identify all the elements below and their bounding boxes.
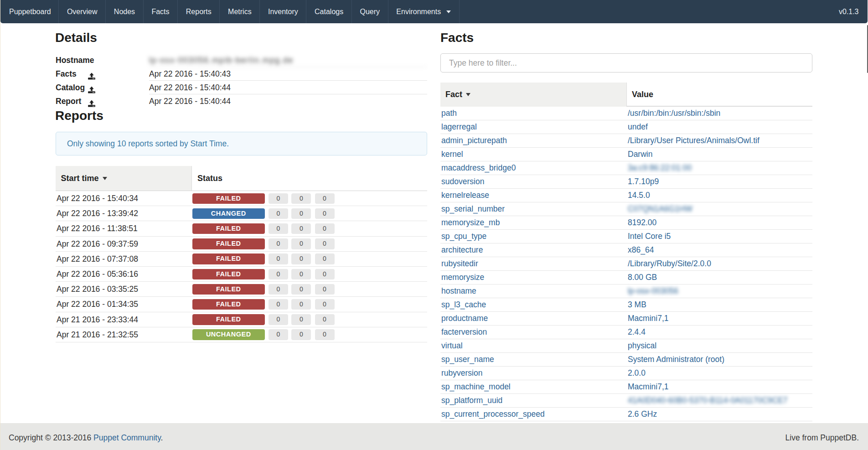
fact-value-link[interactable]: /Library/User Pictures/Animals/Owl.tif bbox=[627, 134, 812, 147]
fact-name-link[interactable]: virtual bbox=[440, 339, 627, 352]
fact-name-link[interactable]: sp_l3_cache bbox=[440, 298, 627, 311]
fact-value-link[interactable]: /usr/bin:/bin:/usr/sbin:/sbin bbox=[627, 107, 812, 120]
fact-row: sp_l3_cache 3 MB bbox=[440, 298, 812, 312]
fact-name-link[interactable]: sp_platform_uuid bbox=[440, 394, 627, 407]
fact-name-link[interactable]: hostname bbox=[440, 284, 627, 298]
fact-value-link[interactable]: /Library/Ruby/Site/2.0.0 bbox=[627, 257, 812, 270]
fact-name-link[interactable]: kernelrelease bbox=[440, 189, 627, 202]
upload-icon[interactable] bbox=[88, 70, 95, 78]
report-row: Apr 22 2016 - 05:36:16 FAILED 0 0 0 bbox=[56, 267, 427, 282]
nav-item-query[interactable]: Query bbox=[351, 0, 388, 23]
fact-name-link[interactable]: memorysize bbox=[440, 271, 627, 284]
status-badge: FAILED bbox=[192, 238, 265, 249]
fact-value-link[interactable]: x86_64 bbox=[627, 243, 812, 257]
report-start-time[interactable]: Apr 22 2016 - 05:36:16 bbox=[56, 267, 192, 281]
report-start-time[interactable]: Apr 22 2016 - 07:37:08 bbox=[56, 252, 192, 266]
fact-name-link[interactable]: lagerregal bbox=[440, 120, 627, 134]
upload-icon[interactable] bbox=[88, 84, 95, 91]
report-status-cell: FAILED 0 0 0 bbox=[192, 267, 427, 281]
fact-name-link[interactable]: rubyversion bbox=[440, 367, 627, 380]
count-chip: 0 bbox=[291, 208, 311, 219]
fact-name-link[interactable]: sp_current_processor_speed bbox=[440, 408, 627, 421]
count-chip: 0 bbox=[269, 193, 288, 204]
fact-value-link[interactable]: undef bbox=[627, 120, 812, 134]
fact-name-link[interactable]: sp_machine_model bbox=[440, 380, 627, 393]
fact-name-link[interactable]: sp_cpu_type bbox=[440, 230, 627, 243]
fact-value-link[interactable]: 8192.00 bbox=[627, 216, 812, 229]
puppet-community-link[interactable]: Puppet Community bbox=[93, 433, 161, 442]
upload-icon[interactable] bbox=[88, 98, 95, 105]
fact-row: sudoversion 1.7.10p9 bbox=[440, 175, 812, 189]
chevron-down-icon bbox=[446, 10, 451, 13]
fact-name-link[interactable]: productname bbox=[440, 312, 627, 325]
nav-item-overview[interactable]: Overview bbox=[58, 0, 105, 23]
fact-name-link[interactable]: memorysize_mb bbox=[440, 216, 627, 229]
fact-row: admin_picturepath /Library/User Pictures… bbox=[440, 134, 812, 148]
column-header-value[interactable]: Value bbox=[632, 83, 653, 107]
fact-name-link[interactable]: kernel bbox=[440, 148, 627, 161]
fact-value-link[interactable]: 1.7.10p9 bbox=[627, 175, 812, 188]
column-header-fact[interactable]: Fact bbox=[440, 83, 627, 107]
fact-name-link[interactable]: path bbox=[440, 107, 627, 120]
navbar-brand[interactable]: Puppetboard bbox=[0, 0, 58, 23]
fact-name-link[interactable]: sudoversion bbox=[440, 175, 627, 188]
report-start-time[interactable]: Apr 21 2016 - 21:32:55 bbox=[56, 327, 192, 342]
status-badge: FAILED bbox=[192, 299, 265, 310]
fact-name-link[interactable]: architecture bbox=[440, 243, 627, 257]
facts-filter-input[interactable] bbox=[440, 53, 812, 72]
sort-desc-icon bbox=[466, 93, 470, 96]
fact-value-link[interactable]: Darwin bbox=[627, 148, 812, 161]
fact-row: rubyversion 2.0.0 bbox=[440, 367, 812, 380]
count-chip: 0 bbox=[291, 284, 311, 295]
reports-table-header: Start time Status bbox=[56, 166, 427, 191]
fact-name-link[interactable]: macaddress_bridge0 bbox=[440, 161, 627, 175]
report-row: Apr 21 2016 - 21:32:55 UNCHANGED 0 0 0 bbox=[56, 327, 427, 342]
fact-name-link[interactable]: rubysitedir bbox=[440, 257, 627, 270]
report-start-time[interactable]: Apr 22 2016 - 11:38:51 bbox=[56, 221, 192, 236]
fact-value-link[interactable]: 2.4.4 bbox=[627, 326, 812, 339]
fact-value-link[interactable]: 8.00 GB bbox=[627, 271, 812, 284]
fact-value-link[interactable]: lp-osx-003056 bbox=[627, 284, 812, 298]
fact-value-link[interactable]: 3 MB bbox=[627, 298, 812, 311]
fact-name-link[interactable]: facterversion bbox=[440, 326, 627, 339]
nav-item-catalogs[interactable]: Catalogs bbox=[306, 0, 351, 23]
fact-name-link[interactable]: admin_picturepath bbox=[440, 134, 627, 147]
column-header-status[interactable]: Status bbox=[197, 166, 222, 191]
report-start-time[interactable]: Apr 22 2016 - 15:40:34 bbox=[56, 191, 192, 206]
reports-title: Reports bbox=[55, 109, 103, 122]
details-label: Facts bbox=[56, 67, 149, 81]
nav-item-environments[interactable]: Environments bbox=[388, 0, 460, 23]
fact-name-link[interactable]: sp_serial_number bbox=[440, 202, 627, 216]
report-status-cell: UNCHANGED 0 0 0 bbox=[192, 327, 427, 342]
fact-value-link[interactable]: 14.5.0 bbox=[627, 189, 812, 202]
details-label: Hostname bbox=[56, 53, 149, 67]
fact-value-link[interactable]: Macmini7,1 bbox=[627, 312, 812, 325]
fact-value-link[interactable]: Intel Core i5 bbox=[627, 230, 812, 243]
report-start-time[interactable]: Apr 22 2016 - 03:35:25 bbox=[56, 282, 192, 296]
nav-item-reports[interactable]: Reports bbox=[177, 0, 219, 23]
count-chip: 0 bbox=[315, 193, 335, 204]
fact-value-link[interactable]: Macmini7,1 bbox=[627, 380, 812, 393]
fact-value-link[interactable]: 41A0D040-60B0-5370-B114-0A01170C9CE7 bbox=[627, 394, 812, 407]
fact-value-link[interactable]: System Administrator (root) bbox=[627, 353, 812, 366]
fact-value-link[interactable]: C07QN1A6G1HW bbox=[627, 202, 812, 216]
report-start-time[interactable]: Apr 22 2016 - 13:39:42 bbox=[56, 206, 192, 221]
fact-value-link[interactable]: 3a:c9:86:22:01:00 bbox=[627, 161, 812, 175]
fact-value-link[interactable]: 2.6 GHz bbox=[627, 408, 812, 421]
footer-copyright: Copyright © 2013-2016 Puppet Community. bbox=[9, 423, 163, 450]
details-row: Facts Apr 22 2016 - 15:40:43 bbox=[56, 67, 427, 81]
report-start-time[interactable]: Apr 22 2016 - 01:34:35 bbox=[56, 297, 192, 311]
count-chip: 0 bbox=[315, 299, 335, 310]
report-start-time[interactable]: Apr 21 2016 - 23:33:44 bbox=[56, 312, 192, 327]
nav-item-metrics[interactable]: Metrics bbox=[219, 0, 259, 23]
fact-name-link[interactable]: sp_user_name bbox=[440, 353, 627, 366]
report-status-cell: CHANGED 0 0 0 bbox=[192, 206, 427, 221]
fact-row: sp_machine_model Macmini7,1 bbox=[440, 380, 812, 394]
fact-value-link[interactable]: physical bbox=[627, 339, 812, 352]
fact-value-link[interactable]: 2.0.0 bbox=[627, 367, 812, 380]
report-start-time[interactable]: Apr 22 2016 - 09:37:59 bbox=[56, 237, 192, 251]
nav-item-nodes[interactable]: Nodes bbox=[105, 0, 143, 23]
nav-item-inventory[interactable]: Inventory bbox=[259, 0, 306, 23]
nav-item-facts[interactable]: Facts bbox=[143, 0, 177, 23]
column-header-start-time[interactable]: Start time bbox=[56, 166, 192, 191]
